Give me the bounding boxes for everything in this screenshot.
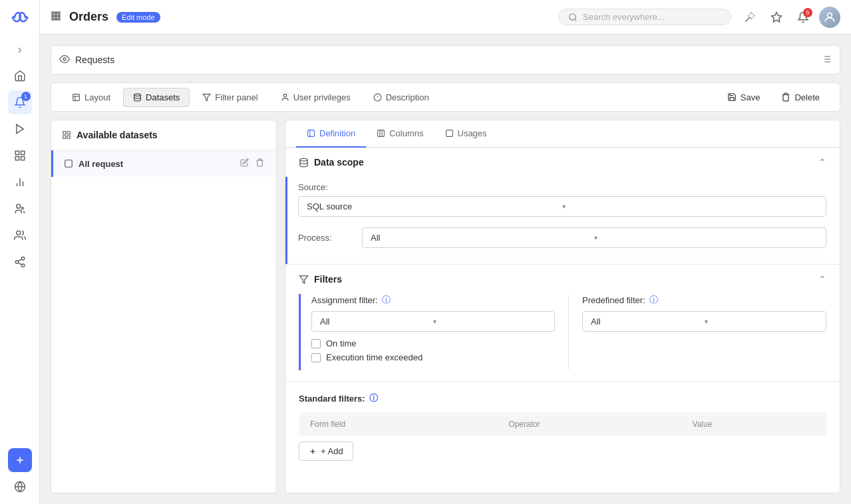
process-row: Process: All ▾ bbox=[298, 222, 826, 253]
svg-rect-40 bbox=[73, 94, 80, 100]
definition-tabs: Definition Columns Usages bbox=[285, 120, 840, 148]
delete-button[interactable]: Delete bbox=[772, 88, 829, 106]
filters-header[interactable]: Filters bbox=[285, 265, 840, 294]
predefined-filter-info-icon[interactable]: ⓘ bbox=[649, 294, 658, 306]
filters-collapse-icon[interactable] bbox=[818, 274, 826, 285]
datasets-panel: Available datasets All request bbox=[51, 120, 277, 493]
data-scope-header[interactable]: Data scope bbox=[285, 148, 840, 177]
tab-user-privileges-label: User privileges bbox=[293, 92, 351, 102]
assignment-filter-info-icon[interactable]: ⓘ bbox=[382, 294, 391, 306]
svg-rect-21 bbox=[55, 12, 57, 14]
svg-rect-20 bbox=[52, 12, 54, 14]
svg-point-33 bbox=[63, 58, 66, 61]
source-row: Source: SQL source ▾ bbox=[298, 177, 826, 222]
tab-description[interactable]: Description bbox=[363, 88, 439, 107]
on-time-checkbox-box[interactable] bbox=[311, 339, 321, 348]
svg-marker-44 bbox=[203, 94, 210, 100]
assignment-filter-select[interactable]: All ▾ bbox=[311, 311, 555, 332]
col-operator: Operator bbox=[498, 413, 681, 436]
datasets-header: Available datasets bbox=[51, 120, 276, 150]
sidebar-item-grid[interactable] bbox=[8, 144, 32, 168]
sidebar-item-home[interactable] bbox=[8, 64, 32, 88]
search-placeholder: Search everywhere... bbox=[583, 12, 665, 22]
source-value: SQL source bbox=[307, 201, 562, 211]
save-button[interactable]: Save bbox=[718, 88, 770, 106]
process-label: Process: bbox=[298, 227, 351, 243]
sidebar-item-team-manage[interactable] bbox=[8, 197, 32, 221]
sidebar-item-user[interactable] bbox=[8, 223, 32, 247]
edit-toolbar: Layout Datasets Filter panel User privil… bbox=[51, 82, 840, 112]
add-button[interactable] bbox=[8, 448, 32, 472]
standard-filters-info-icon[interactable]: ⓘ bbox=[369, 392, 378, 404]
svg-point-12 bbox=[15, 261, 19, 264]
add-row-button[interactable]: + Add bbox=[299, 441, 353, 461]
dataset-item[interactable]: All request bbox=[51, 150, 276, 177]
tab-columns[interactable]: Columns bbox=[366, 120, 434, 148]
user-avatar[interactable] bbox=[819, 7, 840, 28]
svg-rect-22 bbox=[58, 12, 60, 14]
svg-point-43 bbox=[134, 94, 141, 96]
tab-definition[interactable]: Definition bbox=[296, 120, 366, 148]
tab-filter-panel[interactable]: Filter panel bbox=[192, 88, 267, 107]
svg-line-30 bbox=[575, 19, 577, 21]
search-box[interactable]: Search everywhere... bbox=[558, 9, 731, 25]
standard-filters-section: Standard filters: ⓘ Form field Operator … bbox=[285, 382, 840, 471]
svg-rect-51 bbox=[63, 136, 66, 138]
topbar: Orders Edit mode Search everywhere... 5 bbox=[40, 0, 851, 35]
process-value: All bbox=[371, 233, 594, 243]
svg-rect-3 bbox=[15, 157, 19, 160]
notification-bell-icon[interactable]: 5 bbox=[792, 7, 814, 28]
data-scope-section: Data scope Source: SQL source ▾ bbox=[285, 148, 840, 265]
svg-point-9 bbox=[21, 207, 23, 209]
predefined-filter-select[interactable]: All ▾ bbox=[582, 311, 826, 332]
sidebar-item-notifications[interactable]: 1 bbox=[8, 90, 32, 114]
execution-time-exceeded-checkbox[interactable]: Execution time exceeded bbox=[311, 352, 555, 362]
checkbox-group: On time Execution time exceeded bbox=[311, 338, 555, 362]
sidebar-item-chart[interactable] bbox=[8, 170, 32, 194]
svg-rect-26 bbox=[52, 18, 54, 20]
view-sort-icon[interactable] bbox=[821, 54, 832, 66]
source-chevron-icon: ▾ bbox=[562, 203, 818, 210]
standard-filters-header: Standard filters: ⓘ bbox=[299, 392, 826, 404]
execution-time-exceeded-checkbox-box[interactable] bbox=[311, 353, 321, 362]
svg-rect-50 bbox=[67, 132, 70, 134]
assignment-filter-label: Assignment filter: ⓘ bbox=[311, 294, 555, 306]
tab-user-privileges[interactable]: User privileges bbox=[271, 88, 361, 107]
magic-wand-icon[interactable] bbox=[739, 7, 761, 28]
predefined-filter-col: Predefined filter: ⓘ All ▾ bbox=[569, 294, 826, 370]
on-time-checkbox[interactable]: On time bbox=[311, 338, 555, 348]
tab-usages[interactable]: Usages bbox=[434, 120, 498, 148]
star-icon[interactable] bbox=[766, 7, 787, 28]
tab-columns-label: Columns bbox=[389, 128, 423, 138]
content-wrapper: Layout Datasets Filter panel User privil… bbox=[40, 35, 851, 504]
grid-icon[interactable] bbox=[51, 11, 61, 24]
sidebar-item-expand[interactable]: › bbox=[8, 37, 32, 61]
tab-layout-label: Layout bbox=[85, 92, 110, 102]
svg-rect-4 bbox=[21, 157, 24, 160]
sidebar-item-connections[interactable] bbox=[8, 250, 32, 274]
data-scope-title-text: Data scope bbox=[314, 157, 364, 168]
view-title-input[interactable] bbox=[75, 55, 816, 65]
data-scope-collapse-icon[interactable] bbox=[818, 157, 826, 168]
execution-time-exceeded-label: Execution time exceeded bbox=[326, 352, 423, 362]
sidebar-item-play[interactable] bbox=[8, 117, 32, 141]
source-wrapper: Source: SQL source ▾ bbox=[298, 182, 826, 217]
sidebar-item-globe[interactable] bbox=[8, 475, 32, 499]
sidebar: › 1 bbox=[0, 0, 40, 504]
predefined-filter-label: Predefined filter: ⓘ bbox=[582, 294, 826, 306]
process-select[interactable]: All ▾ bbox=[362, 227, 826, 248]
process-wrapper: All ▾ bbox=[362, 227, 826, 248]
dataset-delete-icon[interactable] bbox=[254, 157, 265, 170]
app-logo[interactable] bbox=[8, 5, 32, 29]
dataset-edit-icon[interactable] bbox=[239, 157, 250, 170]
tab-datasets[interactable]: Datasets bbox=[123, 88, 190, 107]
svg-rect-53 bbox=[65, 160, 73, 168]
svg-marker-0 bbox=[16, 124, 23, 134]
delete-label: Delete bbox=[794, 92, 820, 102]
data-scope-title: Data scope bbox=[299, 157, 812, 168]
svg-rect-24 bbox=[55, 15, 57, 17]
notification-badge: 1 bbox=[21, 92, 31, 101]
tab-layout[interactable]: Layout bbox=[62, 88, 120, 107]
svg-rect-27 bbox=[55, 18, 57, 20]
source-select[interactable]: SQL source ▾ bbox=[298, 196, 826, 217]
